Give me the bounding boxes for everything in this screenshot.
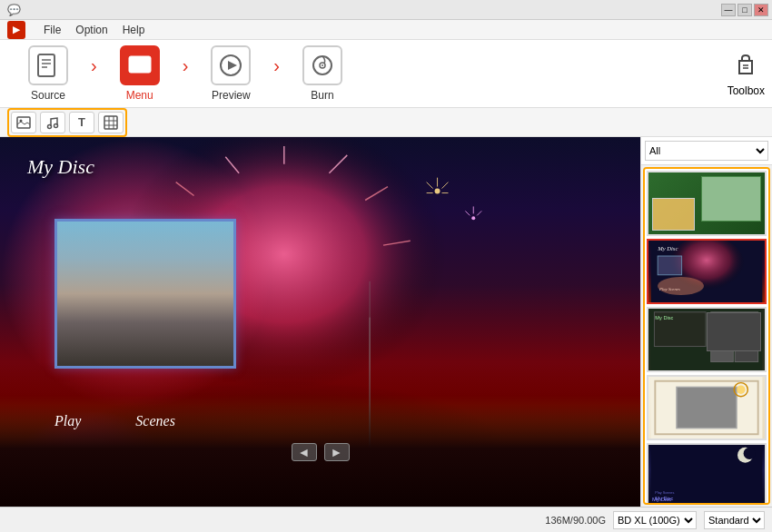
menu-file[interactable]: File — [44, 24, 61, 36]
svg-point-34 — [435, 189, 440, 194]
city-silhouette — [0, 361, 640, 507]
svg-text:Play    Scenes: Play Scenes — [658, 287, 680, 291]
storage-info: 136M/90.00G — [545, 515, 606, 526]
template-4-preview — [648, 377, 765, 438]
svg-line-42 — [477, 211, 481, 215]
source-icon — [28, 45, 68, 85]
svg-line-36 — [442, 182, 449, 189]
svg-text:My Disc: My Disc — [655, 496, 673, 501]
svg-rect-57 — [735, 345, 758, 362]
menu-labels: Play Scenes — [54, 413, 175, 429]
template-item-1[interactable] — [647, 171, 767, 236]
quality-select[interactable]: Standard High Best — [704, 511, 765, 529]
step-container: Source › Menu › — [7, 45, 363, 102]
menu-help[interactable]: Help — [123, 24, 145, 36]
template-4-svg — [648, 377, 765, 438]
sub-toolbar-outline: T — [7, 108, 127, 137]
status-bar: 136M/90.00G BD XL (100G) BD (25G) DVD St… — [0, 507, 772, 532]
app-logo: ▶ — [7, 21, 25, 39]
preview-label: Preview — [212, 89, 251, 102]
template-item-4[interactable] — [647, 375, 767, 440]
disc-type-select[interactable]: BD XL (100G) BD (25G) DVD — [613, 511, 697, 529]
svg-rect-0 — [38, 54, 54, 76]
play-label[interactable]: Play — [54, 413, 81, 429]
step-source[interactable]: Source — [7, 45, 89, 102]
scenes-label[interactable]: Scenes — [135, 413, 175, 429]
template-1-preview — [648, 172, 765, 234]
svg-point-40 — [471, 216, 475, 220]
image-btn[interactable] — [11, 112, 36, 133]
svg-rect-6 — [134, 61, 141, 66]
template-item-5[interactable]: My Disc Play Scenes — [647, 443, 767, 505]
templates-list: My Disc Play Scenes My Disc — [643, 167, 770, 505]
title-bar: 💬 — □ ✕ — [0, 0, 772, 20]
step-burn[interactable]: Burn — [282, 45, 363, 102]
filter-select[interactable]: All Nature Holiday Wedding Classic — [645, 141, 768, 161]
nav-prev-button[interactable]: ◄ — [292, 443, 317, 461]
svg-point-20 — [54, 123, 58, 127]
minimize-button[interactable]: — — [721, 4, 736, 16]
source-label: Source — [31, 89, 65, 102]
toolbox-icon — [732, 50, 759, 83]
template-item-3[interactable]: My Disc — [647, 307, 767, 372]
filter-header: All Nature Holiday Wedding Classic — [641, 137, 772, 165]
svg-point-62 — [737, 385, 745, 393]
preview-background: My Disc Play Scenes ◄ ► — [0, 137, 640, 507]
step-menu[interactable]: Menu — [99, 45, 181, 102]
table-btn[interactable] — [98, 112, 124, 133]
svg-rect-55 — [711, 312, 758, 342]
menu-bar: ▶ File Option Help — [0, 20, 772, 40]
svg-point-65 — [744, 448, 756, 459]
video-thumbnail[interactable] — [54, 219, 236, 369]
svg-rect-60 — [677, 387, 737, 428]
title-bar-controls: — □ ✕ — [721, 4, 768, 16]
arrow-3: › — [273, 55, 280, 76]
template-5-preview: My Disc Play Scenes — [648, 445, 765, 505]
toolbar: Source › Menu › — [0, 40, 772, 108]
nav-buttons: ◄ ► — [292, 443, 350, 461]
video-inner — [57, 222, 233, 366]
svg-point-19 — [48, 124, 52, 128]
svg-text:Play  Scenes: Play Scenes — [655, 491, 674, 495]
disc-title: My Disc — [27, 155, 94, 179]
svg-text:My Disc: My Disc — [655, 315, 673, 320]
template-2-preview: My Disc Play Scenes — [648, 241, 765, 302]
arrow-2: › — [183, 55, 189, 76]
template-5-svg: My Disc Play Scenes — [648, 445, 765, 505]
sub-toolbar: T — [0, 108, 772, 137]
template-2-svg: My Disc Play Scenes — [648, 241, 765, 302]
maximize-button[interactable]: □ — [737, 4, 752, 16]
right-panel: All Nature Holiday Wedding Classic — [640, 137, 772, 507]
arrow-1: › — [91, 55, 97, 76]
main-content: My Disc Play Scenes ◄ ► All Nature Holid… — [0, 137, 772, 507]
preview-area: My Disc Play Scenes ◄ ► — [0, 137, 640, 507]
close-button[interactable]: ✕ — [754, 4, 768, 16]
svg-line-37 — [427, 182, 433, 189]
step-preview[interactable]: Preview — [190, 45, 272, 102]
toolbox-label: Toolbox — [727, 84, 765, 97]
toolbox[interactable]: Toolbox — [727, 50, 765, 97]
svg-line-43 — [465, 211, 470, 215]
svg-rect-21 — [104, 116, 117, 129]
svg-marker-10 — [228, 61, 237, 70]
nav-next-button[interactable]: ► — [324, 443, 350, 461]
chat-icon: 💬 — [7, 4, 21, 16]
svg-rect-56 — [711, 345, 734, 362]
template-3-preview: My Disc — [648, 309, 765, 370]
burn-label: Burn — [311, 89, 333, 102]
menu-step-icon — [120, 45, 160, 85]
music-btn[interactable] — [40, 112, 65, 133]
template-3-svg: My Disc — [648, 309, 765, 370]
svg-rect-50 — [658, 256, 681, 275]
svg-point-13 — [322, 64, 323, 66]
text-btn[interactable]: T — [69, 112, 94, 133]
preview-icon — [211, 45, 251, 85]
menu-label: Menu — [126, 89, 153, 102]
svg-text:My Disc: My Disc — [657, 245, 678, 251]
svg-rect-14 — [739, 61, 752, 74]
burn-icon — [302, 45, 342, 85]
menu-option[interactable]: Option — [75, 24, 107, 36]
template-item-2[interactable]: My Disc Play Scenes — [647, 239, 767, 304]
